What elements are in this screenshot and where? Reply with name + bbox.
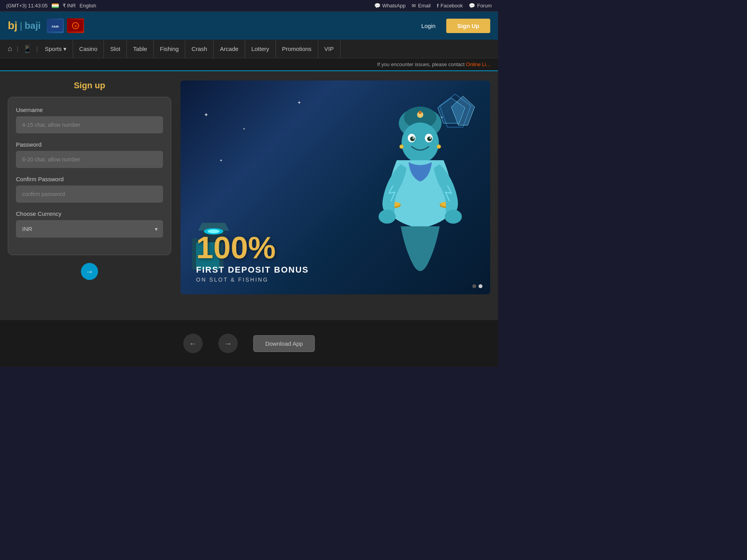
mobile-nav-icon[interactable]: 📱 <box>19 45 35 53</box>
nav-bar: ⌂ | 📱 | Sports ▾ Casino Slot Table Fishi… <box>0 40 498 58</box>
genie-illustration <box>366 100 475 271</box>
banner-dots <box>472 284 482 288</box>
svg-text:☀: ☀ <box>74 24 77 28</box>
nav-divider-2: | <box>35 46 39 52</box>
bottom-area: ← → Download App <box>0 320 498 367</box>
star-3: ✦ <box>297 100 301 105</box>
bottom-next-button[interactable]: → <box>218 334 238 353</box>
svg-point-19 <box>400 145 403 149</box>
facebook-link[interactable]: f Facebook <box>437 3 463 9</box>
svg-point-12 <box>402 122 439 163</box>
username-input[interactable] <box>16 116 163 133</box>
facebook-icon: f <box>437 3 438 9</box>
logo[interactable]: bj | baji <box>8 19 40 32</box>
download-app-button[interactable]: Download App <box>253 335 315 352</box>
star-1: ✦ <box>204 112 209 118</box>
username-label: Username <box>16 107 163 113</box>
next-button[interactable]: → <box>81 263 98 280</box>
form-card: Username Password Confirm Password Choos… <box>8 97 171 255</box>
confirm-password-input[interactable] <box>16 186 163 203</box>
logo-baji: baji <box>25 20 40 31</box>
partner1-logo: FAIR <box>47 18 64 33</box>
nav-item-sports[interactable]: Sports ▾ <box>39 40 73 58</box>
currency-select[interactable]: INR USD EUR BDT <box>16 220 163 238</box>
nav-item-slot[interactable]: Slot <box>104 40 127 58</box>
svg-point-25 <box>379 210 396 224</box>
language-label: English <box>80 3 96 9</box>
notice-text: If you encounter issues, please contact <box>377 61 465 67</box>
username-group: Username <box>16 107 163 133</box>
notice-bar: If you encounter issues, please contact … <box>0 58 498 71</box>
bottom-prev-button[interactable]: ← <box>183 334 203 353</box>
nav-item-table[interactable]: Table <box>127 40 154 58</box>
star-4: ✦ <box>219 158 223 163</box>
password-group: Password <box>16 141 163 168</box>
dot-2[interactable] <box>479 284 482 288</box>
main-content: Sign up Username Password Confirm Passwo… <box>0 71 498 320</box>
top-bar-left: (GMT+3) 11:43:05 ₹ INR English <box>6 3 96 9</box>
email-link[interactable]: ✉ Email <box>412 3 431 9</box>
svg-point-18 <box>430 137 431 139</box>
next-arrow-icon: → <box>86 267 93 276</box>
password-input[interactable] <box>16 151 163 168</box>
header-actions: Login Sign Up <box>415 19 490 33</box>
svg-point-11 <box>419 111 422 114</box>
nav-divider-1: | <box>16 46 19 52</box>
banner-section: ✦ ✦ ✦ ✦ ✦ ✦ <box>181 80 490 294</box>
header: bj | baji FAIR ☀ Login Sign Up <box>0 12 498 40</box>
svg-text:FAIR: FAIR <box>52 25 59 28</box>
login-button[interactable]: Login <box>415 19 442 32</box>
nav-item-vip[interactable]: VIP <box>318 40 340 58</box>
svg-point-17 <box>412 137 414 139</box>
confirm-password-group: Confirm Password <box>16 176 163 203</box>
forum-link[interactable]: 💬 Forum <box>469 3 492 9</box>
logo-sep: | <box>20 20 22 31</box>
signup-button[interactable]: Sign Up <box>446 19 490 33</box>
nav-item-lottery[interactable]: Lottery <box>245 40 276 58</box>
svg-point-26 <box>445 210 462 224</box>
logo-area: bj | baji FAIR ☀ <box>8 18 84 33</box>
nav-item-promotions[interactable]: Promotions <box>276 40 318 58</box>
nav-item-arcade[interactable]: Arcade <box>214 40 245 58</box>
forum-icon: 💬 <box>469 3 475 9</box>
svg-point-16 <box>427 136 432 141</box>
currency-group: Choose Currency INR USD EUR BDT ▾ <box>16 210 163 238</box>
partner-logos: FAIR ☀ <box>47 18 84 33</box>
confirm-password-label: Confirm Password <box>16 176 163 182</box>
currency-select-wrapper: INR USD EUR BDT ▾ <box>16 220 163 238</box>
prev-arrow-icon: ← <box>189 339 197 348</box>
nav-item-casino[interactable]: Casino <box>73 40 104 58</box>
chevron-down-icon: ▾ <box>63 46 67 52</box>
logo-bj: bj <box>8 19 18 32</box>
whatsapp-icon: 💬 <box>374 3 381 9</box>
home-nav-icon[interactable]: ⌂ <box>4 45 16 53</box>
dot-1[interactable] <box>472 284 476 288</box>
star-2: ✦ <box>243 127 245 131</box>
signup-title: Sign up <box>8 80 171 91</box>
nav-item-fishing[interactable]: Fishing <box>154 40 185 58</box>
next-arrow-icon: → <box>224 339 232 348</box>
svg-point-20 <box>437 145 441 149</box>
bonus-subtitle: ON SLOT & FISHING <box>196 276 475 283</box>
svg-point-15 <box>410 136 415 141</box>
nav-item-crash[interactable]: Crash <box>185 40 214 58</box>
top-bar-right: 💬 WhatsApp ✉ Email f Facebook 💬 Forum <box>374 3 492 9</box>
timezone: (GMT+3) 11:43:05 <box>6 3 48 9</box>
email-icon: ✉ <box>412 3 416 9</box>
contact-link[interactable]: Online Li... <box>466 61 490 67</box>
signup-section: Sign up Username Password Confirm Passwo… <box>8 80 171 280</box>
currency-label: Choose Currency <box>16 210 163 217</box>
top-bar: (GMT+3) 11:43:05 ₹ INR English 💬 WhatsAp… <box>0 0 498 12</box>
password-label: Password <box>16 141 163 148</box>
partner2-logo: ☀ <box>67 18 84 33</box>
whatsapp-link[interactable]: 💬 WhatsApp <box>374 3 406 9</box>
flag-icon <box>52 4 59 8</box>
currency-label: ₹ INR <box>63 3 76 9</box>
